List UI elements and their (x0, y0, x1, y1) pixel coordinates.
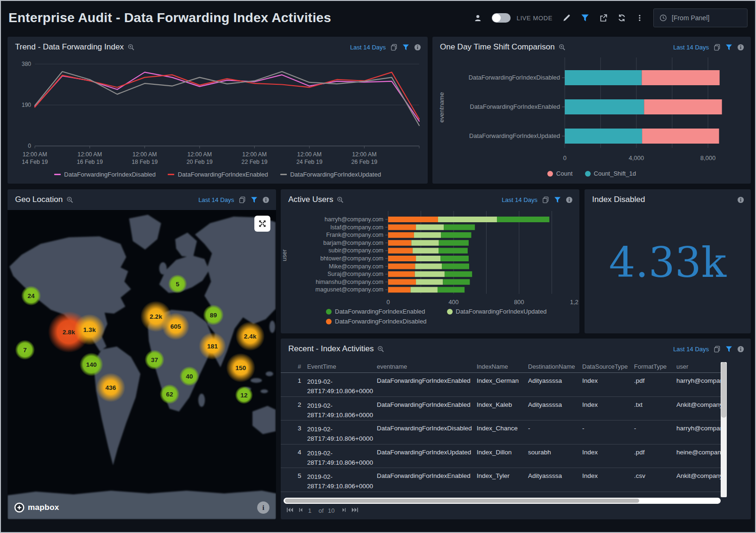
column-header[interactable]: EventTime (307, 363, 377, 370)
bar-segment[interactable] (441, 232, 471, 238)
panel-filter-icon[interactable] (725, 44, 732, 51)
time-range-picker[interactable]: [From Panel] (653, 8, 748, 27)
table-vertical-scrollbar[interactable] (721, 362, 727, 497)
panel-time-range[interactable]: Last 14 Days (502, 196, 537, 203)
bar-segment[interactable] (439, 240, 469, 246)
world-map[interactable]: 2452.2k605892.4k2.8k1.3k7181140374015043… (8, 210, 276, 519)
activities-table: #EventTimeeventnameIndexNameDestinationN… (281, 360, 721, 492)
bar-segment[interactable] (644, 99, 722, 114)
column-header[interactable]: # (298, 363, 307, 370)
bar-segment[interactable] (444, 225, 475, 230)
bar-segment[interactable] (642, 129, 719, 144)
bar-segment[interactable] (442, 264, 469, 269)
bar-segment[interactable] (388, 256, 416, 261)
panel-info-icon[interactable] (414, 44, 421, 51)
panel-info-icon[interactable] (737, 346, 744, 353)
bar-segment[interactable] (438, 217, 497, 222)
mapbox-logo[interactable]: mapbox (14, 502, 59, 513)
bar-segment[interactable] (388, 287, 411, 292)
bar-segment[interactable] (416, 256, 440, 261)
panel-filter-icon[interactable] (402, 44, 409, 51)
column-header[interactable]: FormatType (634, 363, 676, 370)
edit-pencil-icon[interactable] (562, 14, 571, 22)
bar-segment[interactable] (414, 232, 441, 238)
bar-segment[interactable] (388, 271, 415, 277)
map-expand-button[interactable] (254, 216, 270, 232)
bar-segment[interactable] (439, 248, 468, 253)
bar-segment[interactable] (411, 240, 439, 246)
panel-time-range[interactable]: Last 14 Days (198, 196, 234, 203)
share-icon[interactable] (599, 14, 608, 22)
bar-segment[interactable] (438, 287, 464, 292)
panel-filter-icon[interactable] (251, 196, 258, 203)
bar-segment[interactable] (416, 225, 444, 230)
legend-label: DataForwardingForIndexUpdated (290, 171, 381, 178)
bar-segment[interactable] (388, 217, 438, 222)
table-row[interactable]: 32019-02- 28T17:49:10.806+0000DataForwar… (281, 420, 721, 444)
scrollbar-thumb[interactable] (721, 362, 726, 418)
bar-segment[interactable] (388, 232, 414, 238)
copy-panel-icon[interactable] (390, 44, 398, 51)
user-icon[interactable] (474, 14, 482, 22)
bar-segment[interactable] (415, 264, 442, 269)
zoom-in-icon[interactable] (128, 44, 135, 51)
refresh-icon[interactable] (618, 14, 626, 22)
table-row[interactable]: 52019-02- 28T17:49:10.806+0000DataForwar… (281, 468, 721, 492)
first-page-button[interactable] (286, 507, 293, 514)
bar-segment[interactable] (388, 248, 413, 253)
bar-segment[interactable] (388, 225, 416, 230)
zoom-in-icon[interactable] (66, 196, 73, 203)
copy-panel-icon[interactable] (542, 196, 549, 203)
bar-segment[interactable] (415, 271, 445, 277)
bar-segment[interactable] (565, 129, 642, 144)
panel-time-range[interactable]: Last 14 Days (673, 44, 709, 51)
table-row[interactable]: 12019-02- 28T17:49:10.806+0000DataForwar… (281, 373, 721, 397)
panel-filter-icon[interactable] (725, 346, 732, 353)
bar-segment[interactable] (411, 287, 438, 292)
column-header[interactable]: eventname (377, 363, 477, 370)
panel-filter-icon[interactable] (554, 196, 561, 203)
bar-segment[interactable] (642, 70, 719, 85)
table-horizontal-scrollbar[interactable] (284, 498, 721, 504)
copy-panel-icon[interactable] (714, 44, 721, 51)
bar-segment[interactable] (413, 248, 439, 253)
clock-icon (659, 14, 667, 22)
filter-icon[interactable] (581, 14, 589, 22)
next-page-button[interactable] (341, 507, 347, 514)
bar-segment[interactable] (388, 279, 416, 285)
bar-segment[interactable] (445, 271, 472, 277)
panel-info-icon[interactable] (737, 44, 744, 51)
zoom-in-icon[interactable] (377, 346, 384, 353)
bar-segment[interactable] (497, 217, 549, 222)
scrollbar-thumb[interactable] (285, 499, 639, 503)
zoom-in-icon[interactable] (559, 44, 566, 51)
bar-segment[interactable] (565, 70, 642, 85)
panel-info-icon[interactable] (737, 196, 744, 203)
bar-segment[interactable] (443, 279, 470, 285)
panel-time-range[interactable]: Last 14 Days (350, 44, 386, 51)
zoom-in-icon[interactable] (337, 196, 344, 203)
panel-time-range[interactable]: Last 14 Days (673, 346, 709, 353)
prev-page-button[interactable] (298, 507, 304, 514)
bar-segment[interactable] (416, 279, 443, 285)
copy-panel-icon[interactable] (714, 346, 721, 353)
bar-segment[interactable] (388, 240, 411, 246)
table-row[interactable]: 42019-02- 28T17:49:10.806+0000DataForwar… (281, 444, 721, 468)
svg-text:8,000: 8,000 (700, 154, 716, 162)
map-info-button[interactable]: i (257, 501, 269, 514)
live-mode-toggle[interactable] (492, 13, 511, 23)
panel-info-icon[interactable] (262, 196, 269, 203)
bar-segment[interactable] (565, 99, 644, 114)
column-header[interactable]: DestinationName (528, 363, 582, 370)
bar-segment[interactable] (440, 256, 469, 261)
more-menu-icon[interactable] (636, 14, 643, 22)
bar-segment[interactable] (388, 264, 415, 269)
last-page-button[interactable] (351, 507, 358, 514)
copy-panel-icon[interactable] (239, 196, 246, 203)
table-row[interactable]: 22019-02- 28T17:49:10.806+0000DataForwar… (281, 397, 721, 421)
column-header[interactable]: DataSourceType (582, 363, 634, 370)
column-header[interactable]: IndexName (477, 363, 528, 370)
panel-info-icon[interactable] (566, 196, 573, 203)
column-header[interactable]: user (676, 363, 721, 370)
panel-recent-header: Recent - Index Activities Last 14 Days (281, 339, 751, 354)
